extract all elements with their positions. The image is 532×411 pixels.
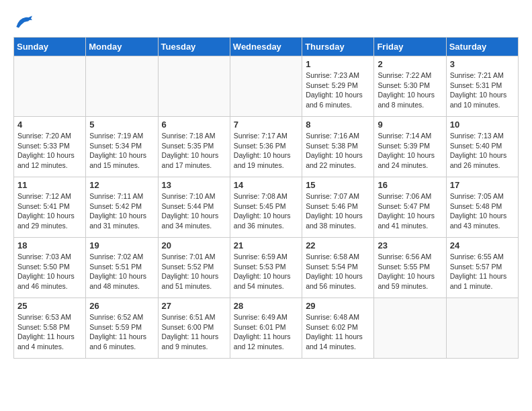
calendar-cell: 3Sunrise: 7:21 AMSunset: 5:31 PMDaylight…: [446, 56, 518, 117]
header-friday: Friday: [374, 38, 446, 56]
day-info: Sunrise: 7:19 AMSunset: 5:34 PMDaylight:…: [89, 131, 154, 171]
header-saturday: Saturday: [446, 38, 518, 56]
day-number: 8: [306, 120, 370, 130]
day-number: 26: [89, 301, 154, 311]
calendar-cell: 20Sunrise: 7:01 AMSunset: 5:52 PMDayligh…: [158, 238, 230, 298]
day-number: 22: [306, 240, 370, 250]
header-sunday: Sunday: [14, 38, 86, 56]
day-info: Sunrise: 6:51 AMSunset: 6:00 PMDaylight:…: [162, 312, 226, 352]
day-number: 1: [306, 59, 370, 69]
day-number: 2: [378, 59, 442, 69]
calendar-cell: 17Sunrise: 7:05 AMSunset: 5:48 PMDayligh…: [446, 177, 518, 238]
calendar-cell: 26Sunrise: 6:52 AMSunset: 5:59 PMDayligh…: [86, 298, 158, 359]
day-number: 23: [378, 240, 442, 250]
calendar-cell: 21Sunrise: 6:59 AMSunset: 5:53 PMDayligh…: [230, 238, 302, 298]
day-number: 5: [89, 120, 154, 130]
day-info: Sunrise: 7:11 AMSunset: 5:42 PMDaylight:…: [89, 191, 154, 231]
calendar-cell: 27Sunrise: 6:51 AMSunset: 6:00 PMDayligh…: [158, 298, 230, 359]
calendar-cell: 14Sunrise: 7:08 AMSunset: 5:45 PMDayligh…: [230, 177, 302, 238]
day-number: 27: [162, 301, 226, 311]
calendar-cell: 1Sunrise: 7:23 AMSunset: 5:29 PMDaylight…: [302, 56, 374, 117]
day-number: 19: [89, 240, 154, 250]
calendar-cell: 13Sunrise: 7:10 AMSunset: 5:44 PMDayligh…: [158, 177, 230, 238]
day-number: 24: [450, 240, 515, 250]
day-info: Sunrise: 7:21 AMSunset: 5:31 PMDaylight:…: [450, 71, 515, 110]
calendar-cell: 25Sunrise: 6:53 AMSunset: 5:58 PMDayligh…: [14, 298, 86, 359]
day-info: Sunrise: 7:22 AMSunset: 5:30 PMDaylight:…: [378, 71, 442, 110]
calendar-cell: 28Sunrise: 6:49 AMSunset: 6:01 PMDayligh…: [230, 298, 302, 359]
calendar-cell: 8Sunrise: 7:16 AMSunset: 5:38 PMDaylight…: [302, 117, 374, 177]
calendar-cell: 29Sunrise: 6:48 AMSunset: 6:02 PMDayligh…: [302, 298, 374, 359]
day-number: 7: [234, 120, 298, 130]
day-number: 18: [17, 240, 82, 250]
day-info: Sunrise: 7:06 AMSunset: 5:47 PMDaylight:…: [378, 191, 442, 231]
day-info: Sunrise: 7:03 AMSunset: 5:50 PMDaylight:…: [17, 252, 82, 291]
calendar-cell: 5Sunrise: 7:19 AMSunset: 5:34 PMDaylight…: [86, 117, 158, 177]
day-info: Sunrise: 7:10 AMSunset: 5:44 PMDaylight:…: [162, 191, 226, 231]
day-number: 3: [450, 59, 515, 69]
calendar-cell: [158, 56, 230, 117]
week-row-1: 1Sunrise: 7:23 AMSunset: 5:29 PMDaylight…: [14, 56, 519, 117]
page-header: [13, 13, 519, 30]
day-number: 9: [378, 120, 442, 130]
calendar-cell: [230, 56, 302, 117]
day-info: Sunrise: 6:49 AMSunset: 6:01 PMDaylight:…: [234, 312, 298, 352]
day-info: Sunrise: 7:02 AMSunset: 5:51 PMDaylight:…: [89, 252, 154, 291]
day-info: Sunrise: 7:20 AMSunset: 5:33 PMDaylight:…: [17, 131, 82, 171]
week-row-3: 11Sunrise: 7:12 AMSunset: 5:41 PMDayligh…: [14, 177, 519, 238]
day-number: 13: [162, 180, 226, 190]
calendar-cell: 6Sunrise: 7:18 AMSunset: 5:35 PMDaylight…: [158, 117, 230, 177]
day-info: Sunrise: 6:55 AMSunset: 5:57 PMDaylight:…: [450, 252, 515, 291]
day-info: Sunrise: 7:17 AMSunset: 5:36 PMDaylight:…: [234, 131, 298, 171]
calendar-cell: [14, 56, 86, 117]
day-info: Sunrise: 7:18 AMSunset: 5:35 PMDaylight:…: [162, 131, 226, 171]
logo: [13, 13, 36, 30]
day-info: Sunrise: 6:56 AMSunset: 5:55 PMDaylight:…: [378, 252, 442, 291]
calendar-cell: 9Sunrise: 7:14 AMSunset: 5:39 PMDaylight…: [374, 117, 446, 177]
day-number: 11: [17, 180, 82, 190]
calendar-cell: [86, 56, 158, 117]
calendar-cell: 12Sunrise: 7:11 AMSunset: 5:42 PMDayligh…: [86, 177, 158, 238]
day-info: Sunrise: 7:14 AMSunset: 5:39 PMDaylight:…: [378, 131, 442, 171]
day-number: 10: [450, 120, 515, 130]
day-number: 14: [234, 180, 298, 190]
day-number: 12: [89, 180, 154, 190]
day-info: Sunrise: 7:05 AMSunset: 5:48 PMDaylight:…: [450, 191, 515, 231]
calendar-table: SundayMondayTuesdayWednesdayThursdayFrid…: [13, 37, 519, 359]
calendar-cell: 11Sunrise: 7:12 AMSunset: 5:41 PMDayligh…: [14, 177, 86, 238]
day-info: Sunrise: 7:01 AMSunset: 5:52 PMDaylight:…: [162, 252, 226, 291]
day-number: 4: [17, 120, 82, 130]
calendar-cell: 15Sunrise: 7:07 AMSunset: 5:46 PMDayligh…: [302, 177, 374, 238]
calendar-cell: 10Sunrise: 7:13 AMSunset: 5:40 PMDayligh…: [446, 117, 518, 177]
calendar-cell: 19Sunrise: 7:02 AMSunset: 5:51 PMDayligh…: [86, 238, 158, 298]
day-info: Sunrise: 7:12 AMSunset: 5:41 PMDaylight:…: [17, 191, 82, 231]
header-wednesday: Wednesday: [230, 38, 302, 56]
header-monday: Monday: [86, 38, 158, 56]
day-number: 16: [378, 180, 442, 190]
calendar-cell: 23Sunrise: 6:56 AMSunset: 5:55 PMDayligh…: [374, 238, 446, 298]
calendar-cell: 22Sunrise: 6:58 AMSunset: 5:54 PMDayligh…: [302, 238, 374, 298]
day-info: Sunrise: 7:13 AMSunset: 5:40 PMDaylight:…: [450, 131, 515, 171]
calendar-cell: 18Sunrise: 7:03 AMSunset: 5:50 PMDayligh…: [14, 238, 86, 298]
day-number: 21: [234, 240, 298, 250]
calendar-header-row: SundayMondayTuesdayWednesdayThursdayFrid…: [14, 38, 519, 56]
logo-icon: [13, 13, 34, 30]
calendar-cell: 16Sunrise: 7:06 AMSunset: 5:47 PMDayligh…: [374, 177, 446, 238]
day-number: 25: [17, 301, 82, 311]
day-info: Sunrise: 7:08 AMSunset: 5:45 PMDaylight:…: [234, 191, 298, 231]
header-tuesday: Tuesday: [158, 38, 230, 56]
day-number: 15: [306, 180, 370, 190]
day-number: 28: [234, 301, 298, 311]
day-info: Sunrise: 6:48 AMSunset: 6:02 PMDaylight:…: [306, 312, 370, 352]
week-row-5: 25Sunrise: 6:53 AMSunset: 5:58 PMDayligh…: [14, 298, 519, 359]
calendar-cell: 24Sunrise: 6:55 AMSunset: 5:57 PMDayligh…: [446, 238, 518, 298]
day-info: Sunrise: 7:07 AMSunset: 5:46 PMDaylight:…: [306, 191, 370, 231]
day-info: Sunrise: 7:23 AMSunset: 5:29 PMDaylight:…: [306, 71, 370, 110]
calendar-cell: [446, 298, 518, 359]
calendar-cell: [374, 298, 446, 359]
header-thursday: Thursday: [302, 38, 374, 56]
day-number: 6: [162, 120, 226, 130]
week-row-2: 4Sunrise: 7:20 AMSunset: 5:33 PMDaylight…: [14, 117, 519, 177]
week-row-4: 18Sunrise: 7:03 AMSunset: 5:50 PMDayligh…: [14, 238, 519, 298]
day-info: Sunrise: 7:16 AMSunset: 5:38 PMDaylight:…: [306, 131, 370, 171]
